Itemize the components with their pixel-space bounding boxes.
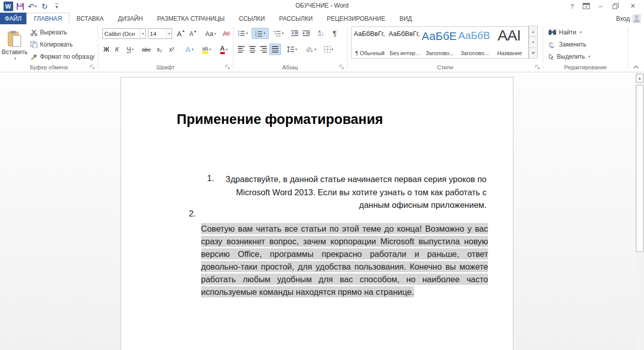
underline-dropdown-arrow[interactable]: ▾ xyxy=(132,48,134,52)
tab-insert[interactable]: ВСТАВКА xyxy=(69,13,111,24)
styles-scroll-up-button[interactable]: ▲ xyxy=(529,26,538,37)
scroll-up-button[interactable]: ▲ xyxy=(636,74,643,82)
tab-view[interactable]: ВИД xyxy=(392,13,419,24)
help-button[interactable]: ? xyxy=(565,0,579,12)
text-effects-button[interactable]: А ▾ xyxy=(181,43,197,55)
group-editing: Найти ▾ ab ac Заменить Выделить ▾ Редакт… xyxy=(543,24,628,72)
document-page[interactable]: Применение форматирования 1. Здравствуйт… xyxy=(120,77,513,350)
borders-dropdown-arrow[interactable]: ▾ xyxy=(332,48,334,52)
bold-button[interactable]: Ж xyxy=(101,43,111,55)
select-dropdown-arrow[interactable]: ▾ xyxy=(588,55,590,59)
borders-button[interactable]: ▾ xyxy=(320,43,337,55)
italic-button[interactable]: К xyxy=(112,43,122,55)
paragraph-dialog-launcher[interactable] xyxy=(339,65,345,70)
select-button[interactable]: Выделить ▾ xyxy=(548,53,590,60)
ribbon-display-options-button[interactable] xyxy=(579,0,593,12)
copy-label: Копировать xyxy=(40,41,73,48)
tab-design[interactable]: ДИЗАЙН xyxy=(111,13,150,24)
text-effects-dropdown-arrow[interactable]: ▾ xyxy=(192,48,194,52)
cut-button[interactable]: Вырезать xyxy=(30,29,67,36)
tab-mailings[interactable]: РАССЫЛКИ xyxy=(272,13,319,24)
cut-icon xyxy=(30,29,37,36)
format-painter-button[interactable]: Формат по образцу xyxy=(30,53,95,60)
font-color-button[interactable]: А ▾ xyxy=(216,43,232,55)
restore-button[interactable] xyxy=(609,0,623,12)
styles-more-button[interactable]: ▼ xyxy=(529,48,538,59)
styles-scroll-down-button[interactable]: ▼ xyxy=(529,36,538,48)
superscript-button[interactable]: x² xyxy=(166,43,177,55)
selected-paragraph[interactable]: Советую вам читать все статьи по этой те… xyxy=(201,223,488,298)
line-spacing-button[interactable]: ▾ xyxy=(285,43,300,55)
justify-icon xyxy=(272,46,278,52)
minimize-button[interactable]: – xyxy=(593,0,608,12)
show-marks-button[interactable]: ¶ xyxy=(330,28,340,39)
underline-button[interactable]: Ч ▾ xyxy=(123,43,138,55)
shading-icon xyxy=(305,46,313,53)
vertical-scrollbar[interactable]: ▲ xyxy=(635,73,644,350)
numbering-button[interactable]: 1 2 3 ▾ xyxy=(252,28,269,39)
align-center-icon xyxy=(249,46,256,52)
font-size-dropdown-arrow[interactable]: ▾ xyxy=(166,29,170,38)
multilevel-list-button[interactable]: ▾ xyxy=(270,28,287,39)
bullets-button[interactable]: ▾ xyxy=(236,28,250,39)
collapse-ribbon-button[interactable] xyxy=(632,64,640,70)
group-paragraph: ▾ 1 2 3 ▾ ▾ xyxy=(233,24,347,72)
shading-button[interactable]: ▾ xyxy=(303,43,319,55)
tab-home[interactable]: ГЛАВНАЯ xyxy=(26,13,69,24)
subscript-button[interactable]: x₂ xyxy=(154,43,165,55)
shrink-font-button[interactable]: A ▼ xyxy=(187,28,199,39)
style-normal[interactable]: АаБбВвГг, ¶ Обычный xyxy=(352,27,387,58)
text-highlight-dropdown-arrow[interactable]: ▾ xyxy=(209,48,211,52)
paste-icon xyxy=(8,30,22,48)
sort-button[interactable]: А Я ↓ xyxy=(315,28,327,39)
increase-indent-button[interactable] xyxy=(301,28,312,39)
line-spacing-dropdown-arrow[interactable]: ▾ xyxy=(295,48,297,52)
font-dialog-launcher[interactable] xyxy=(225,65,231,70)
paste-dropdown-arrow[interactable]: ▾ xyxy=(14,57,16,61)
text-highlight-button[interactable]: ab ▾ xyxy=(198,43,215,55)
sign-in[interactable]: Вход xyxy=(616,13,641,24)
align-left-button[interactable] xyxy=(236,43,247,55)
style-title[interactable]: ААІ Название xyxy=(492,27,527,58)
replace-button[interactable]: ab ac Заменить xyxy=(548,41,586,48)
change-case-button[interactable]: Aa ▾ xyxy=(203,28,219,39)
grow-font-button[interactable]: A ▲ xyxy=(175,28,187,39)
tab-page-layout[interactable]: РАЗМЕТКА СТРАНИЦЫ xyxy=(150,13,232,24)
align-right-button[interactable] xyxy=(258,43,269,55)
style-no-spacing[interactable]: АаБбВвГг, Без интер... xyxy=(387,27,422,58)
collapse-ribbon-icon xyxy=(633,65,639,69)
tab-file[interactable]: ФАЙЛ xyxy=(0,13,26,24)
borders-icon xyxy=(324,46,331,53)
font-size-combo[interactable]: 14 ▾ xyxy=(148,28,172,39)
decrease-indent-button[interactable] xyxy=(289,28,300,39)
paste-button[interactable]: Вставить ▾ xyxy=(3,27,26,64)
strikethrough-button[interactable]: abc xyxy=(140,43,153,55)
tab-references[interactable]: ССЫЛКИ xyxy=(232,13,272,24)
close-button[interactable]: × xyxy=(626,0,640,12)
scroll-thumb[interactable] xyxy=(636,85,643,252)
font-name-dropdown-arrow[interactable]: ▾ xyxy=(140,29,144,38)
clipboard-dialog-launcher[interactable] xyxy=(90,65,96,70)
minimize-icon: – xyxy=(598,3,602,10)
strikethrough-icon: abc xyxy=(142,47,151,53)
justify-button[interactable] xyxy=(269,43,281,55)
shading-dropdown-arrow[interactable]: ▾ xyxy=(314,48,316,52)
document-heading: Применение форматирования xyxy=(177,112,383,127)
copy-button[interactable]: Копировать xyxy=(30,41,73,48)
find-button[interactable]: Найти ▾ xyxy=(548,29,582,36)
replace-icon: ab ac xyxy=(548,41,556,48)
styles-dialog-launcher[interactable] xyxy=(535,65,541,70)
numbering-dropdown-arrow[interactable]: ▾ xyxy=(264,31,266,35)
style-heading2[interactable]: АаБбВ Заголово... xyxy=(457,27,492,58)
find-dropdown-arrow[interactable]: ▾ xyxy=(580,30,582,34)
style-heading1[interactable]: АаБбЕ Заголово... xyxy=(422,27,457,58)
clear-formatting-button[interactable]: A xyxy=(221,28,232,39)
font-color-dropdown-arrow[interactable]: ▾ xyxy=(226,48,228,52)
document-area: Применение форматирования 1. Здравствуйт… xyxy=(0,73,644,350)
multilevel-dropdown-arrow[interactable]: ▾ xyxy=(282,31,284,35)
align-center-button[interactable] xyxy=(247,43,258,55)
font-name-combo[interactable]: Calibri (Осн ▾ xyxy=(102,28,146,39)
shrink-font-icon: A xyxy=(189,30,193,37)
tab-review[interactable]: РЕЦЕНЗИРОВАНИЕ xyxy=(320,13,392,24)
bullets-dropdown-arrow[interactable]: ▾ xyxy=(246,31,248,35)
